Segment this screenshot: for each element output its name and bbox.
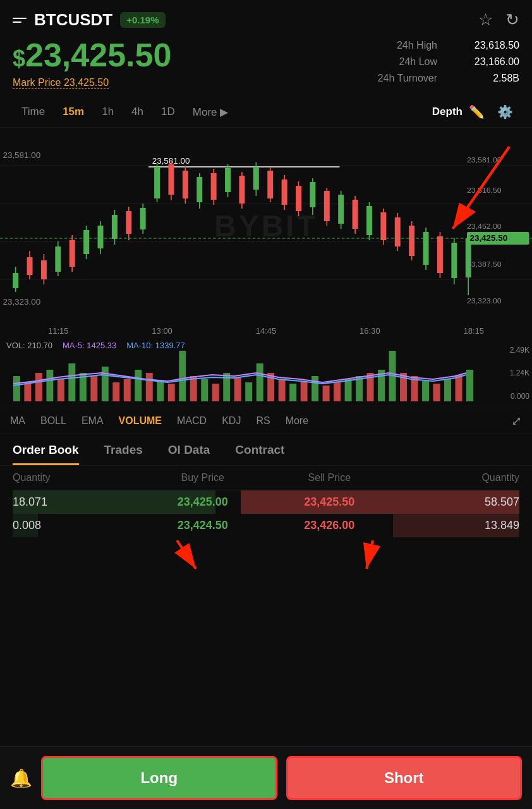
svg-rect-51 [310,182,315,207]
ind-tab-kdj[interactable]: KDJ [222,415,241,427]
svg-rect-111 [311,376,318,401]
svg-rect-99 [179,351,186,401]
svg-text:23,452.00: 23,452.00 [467,222,502,230]
svg-rect-124 [456,375,462,401]
svg-rect-13 [55,246,61,272]
ind-tab-ma[interactable]: MA [10,415,25,427]
svg-rect-106 [257,363,263,401]
indicator-tabs: MA BOLL EMA VOLUME MACD KDJ RS More ⤢ [0,408,532,434]
order-book: Quantity Buy Price Sell Price Quantity 1… [0,466,532,537]
time-axis: 11:15 13:00 14:45 16:30 18:15 [0,324,532,338]
bell-icon[interactable]: 🔔 [10,768,32,789]
svg-rect-125 [466,370,473,401]
dollar-sign: $ [13,46,25,71]
low-label: 24h Low [399,56,438,68]
svg-rect-105 [245,382,252,401]
price-left: $23,425.50 Mark Price 23,425.50 [13,37,171,89]
header-right: ☆ ↻ [478,10,519,30]
ind-tab-volume[interactable]: VOLUME [119,415,162,427]
svg-text:23,581.00: 23,581.00 [3,151,40,160]
ob-buy-price-1[interactable]: 23,425.00 [140,496,267,509]
high-value: 23,618.50 [456,40,519,51]
refresh-icon[interactable]: ↻ [505,10,519,30]
svg-rect-35 [196,177,202,202]
time-btn-time[interactable]: Time [13,102,54,122]
svg-rect-100 [190,376,197,401]
ma10-label: MA-10: 1339.77 [126,341,185,350]
svg-rect-37 [211,173,217,200]
tab-order-book[interactable]: Order Book [13,443,79,465]
tab-oi-data[interactable]: OI Data [168,443,210,465]
depth-button[interactable]: Depth [432,106,462,118]
ob-header-qty-left: Quantity [13,472,140,484]
svg-text:23,387.50: 23,387.50 [467,260,502,268]
svg-rect-49 [296,186,301,211]
ind-tab-more[interactable]: More [286,415,308,427]
svg-rect-108 [279,379,286,401]
svg-rect-97 [157,381,164,401]
price-section: $23,425.50 Mark Price 23,425.50 24h High… [0,37,532,97]
main-price: $23,425.50 [13,37,171,73]
svg-rect-55 [338,195,344,224]
time-btn-more[interactable]: More ▶ [184,102,237,123]
svg-rect-114 [345,379,352,401]
svg-text:23,323.00: 23,323.00 [467,297,502,305]
tab-trades[interactable]: Trades [104,443,143,465]
time-btn-1h[interactable]: 1h [93,102,123,122]
chart-area: BYBIT 23,581.00 23,323.00 [0,128,532,324]
long-button[interactable]: Long [41,756,277,800]
header: BTCUSDT +0.19% ☆ ↻ [0,0,532,37]
tab-contract[interactable]: Contract [235,443,284,465]
expand-icon[interactable]: ⤢ [511,413,522,429]
stat-row-turnover: 24h Turnover 2.58B [378,73,519,84]
svg-rect-11 [41,260,47,279]
ob-buy-price-2[interactable]: 23,424.50 [140,519,267,532]
svg-rect-122 [433,384,440,401]
ob-header: Quantity Buy Price Sell Price Quantity [13,466,519,490]
svg-rect-57 [353,200,358,229]
svg-rect-31 [168,164,174,195]
svg-rect-23 [126,211,131,234]
star-icon[interactable]: ☆ [478,10,493,30]
ob-arrows [0,537,532,575]
svg-line-128 [177,540,196,569]
settings-icon[interactable]: ⚙️ [491,100,519,123]
ob-header-qty-right: Quantity [393,472,520,484]
table-row: 18.071 23,425.00 23,425.50 58.507 [13,490,519,514]
svg-rect-92 [102,367,109,401]
ind-tab-boll[interactable]: BOLL [40,415,66,427]
time-label-3: 14:45 [256,326,277,336]
svg-rect-71 [451,243,457,278]
arrows-spacer [0,537,532,575]
pair-name: BTCUSDT [34,10,112,30]
ind-tab-ema[interactable]: EMA [82,415,104,427]
svg-rect-102 [212,384,219,401]
header-left: BTCUSDT +0.19% [13,10,166,30]
svg-rect-123 [444,379,451,401]
ind-tab-rs[interactable]: RS [256,415,270,427]
menu-icon[interactable] [13,18,27,23]
svg-text:23,581.00: 23,581.00 [467,156,502,164]
time-label-1: 11:15 [48,326,69,336]
time-btn-4h[interactable]: 4h [123,102,152,122]
time-btn-15m[interactable]: 15m [54,102,93,122]
pencil-icon[interactable]: ✏️ [462,100,491,123]
svg-rect-7 [13,273,18,288]
bottom-bar: 🔔 Long Short [0,746,532,809]
svg-rect-47 [282,179,287,205]
ob-sell-price-2[interactable]: 23,426.00 [266,519,393,532]
time-btn-1d[interactable]: 1D [152,102,184,122]
svg-rect-25 [140,208,146,229]
short-button[interactable]: Short [286,756,523,800]
svg-rect-45 [267,171,273,198]
svg-rect-61 [380,212,386,240]
time-label-4: 16:30 [360,326,380,336]
svg-rect-43 [253,167,259,190]
svg-text:23,425.50: 23,425.50 [469,234,507,243]
svg-line-129 [366,540,373,569]
ob-header-buy-price: Buy Price [140,472,267,484]
svg-rect-87 [46,370,53,401]
ind-tab-macd[interactable]: MACD [177,415,207,427]
ob-sell-price-1[interactable]: 23,425.50 [266,496,393,509]
volume-section: VOL: 210.70 MA-5: 1425.33 MA-10: 1339.77… [0,338,532,408]
